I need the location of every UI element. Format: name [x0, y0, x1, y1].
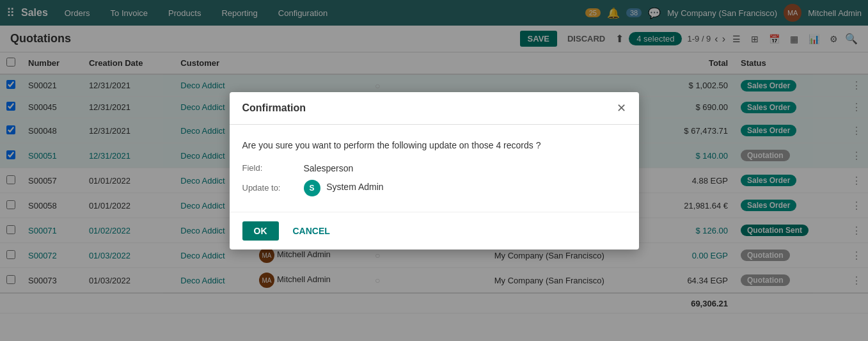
modal-close-button[interactable]: ✕: [617, 101, 626, 115]
modal-header: Confirmation ✕: [230, 92, 639, 125]
modal-footer: OK CANCEL: [230, 212, 639, 250]
cancel-button[interactable]: CANCEL: [287, 221, 336, 241]
modal-overlay: Confirmation ✕ Are you sure you want to …: [0, 0, 868, 341]
modal-update-row: Update to: S System Admin: [242, 180, 626, 196]
modal-body: Are you sure you want to perform the fol…: [230, 125, 639, 212]
field-value: Salesperson: [304, 163, 354, 173]
field-label: Field:: [242, 163, 294, 173]
update-avatar: S: [304, 180, 320, 196]
modal-field-row: Field: Salesperson: [242, 163, 626, 173]
update-label: Update to:: [242, 183, 294, 193]
confirmation-modal: Confirmation ✕ Are you sure you want to …: [230, 92, 639, 250]
modal-question: Are you sure you want to perform the fol…: [242, 140, 626, 150]
modal-title: Confirmation: [242, 102, 306, 114]
ok-button[interactable]: OK: [242, 221, 279, 241]
update-value: System Admin: [326, 182, 383, 192]
